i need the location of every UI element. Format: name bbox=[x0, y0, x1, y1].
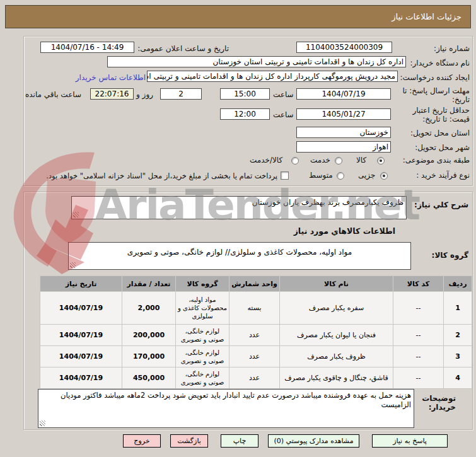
cell-unit: بسته bbox=[229, 292, 280, 325]
buyer-contact-link[interactable]: اطلاعات تماس خریدار bbox=[76, 73, 146, 82]
cell-row-number: 1 bbox=[444, 292, 472, 325]
col-header-unit: واحد شمارش bbox=[229, 276, 280, 292]
remaining-label: ساعت باقي مانده bbox=[25, 90, 81, 99]
table-row: 2 -- فنجان یا لیوان یکبار مصرف عدد لوازم… bbox=[40, 325, 472, 346]
goods-group-text: مواد اولیه، محصولات کاغذی و سلولزی// لوا… bbox=[127, 248, 352, 257]
cell-group: لوازم خانگی، صوتی و تصویری bbox=[176, 367, 229, 389]
cell-quantity: 2,000 bbox=[122, 292, 176, 325]
resize-grip-icon[interactable] bbox=[70, 262, 76, 268]
delivery-province-field[interactable]: خوزستان bbox=[296, 127, 391, 138]
need-description-field[interactable]: ظروف یکبارمصرف برند بهظرف یاران خوزستان bbox=[71, 196, 407, 219]
radio-service[interactable] bbox=[335, 157, 342, 165]
col-header-item-code: کد کالا bbox=[393, 276, 444, 292]
page-title: جزئیات اطلاعات نیاز bbox=[5, 5, 471, 28]
treasury-checkbox[interactable] bbox=[281, 171, 289, 180]
goods-group-field[interactable]: مواد اولیه، محصولات کاغذی و سلولزی// لوا… bbox=[68, 242, 411, 270]
radio-goods-service[interactable] bbox=[291, 157, 299, 165]
col-header-row-number: ردیف bbox=[444, 276, 472, 292]
need-details-page: جزئیات اطلاعات نیاز شماره نیاز: 11040035… bbox=[0, 0, 476, 457]
buyer-explanations-line1: هزینه حمل به عهده فروشنده میباشد درصورت … bbox=[41, 391, 411, 400]
process-type-label: نوع فرآیند خرید : bbox=[416, 171, 470, 180]
cell-unit: عدد bbox=[229, 346, 280, 367]
radio-medium[interactable] bbox=[337, 172, 344, 180]
cell-need-date: 1404/07/19 bbox=[40, 292, 122, 325]
need-description-text: ظروف یکبارمصرف برند بهظرف یاران خوزستان bbox=[252, 198, 403, 207]
cell-row-number: 3 bbox=[444, 346, 472, 367]
remaining-time-field: 22:07:16 bbox=[90, 88, 134, 100]
cell-quantity: 200,000 bbox=[122, 325, 176, 346]
table-row: 3 -- ظروف یکبار مصرف عدد لوازم خانگی، صو… bbox=[40, 346, 472, 367]
radio-service-label: خدمت bbox=[310, 156, 330, 165]
price-validity-time-field[interactable]: 12:00 bbox=[220, 108, 270, 120]
buyer-explanations-field[interactable]: هزینه حمل به عهده فروشنده میباشد درصورت … bbox=[38, 389, 414, 428]
validity-hour-label: ساعت bbox=[273, 110, 294, 119]
need-number-field[interactable]: 1104003524000309 bbox=[296, 42, 392, 53]
exit-button[interactable]: خروج bbox=[123, 434, 161, 448]
delivery-city-label: شهر محل تحویل: bbox=[415, 143, 470, 152]
resize-grip-icon[interactable] bbox=[73, 212, 79, 217]
cell-need-date: 1404/07/19 bbox=[40, 346, 122, 367]
cell-item-code: -- bbox=[393, 292, 444, 325]
col-header-need-date: تاریخ نیاز bbox=[40, 276, 122, 292]
col-header-group: گروه کالا bbox=[176, 276, 229, 292]
cell-item-code: -- bbox=[393, 367, 444, 389]
cell-group: لوازم خانگی، صوتی و تصویری bbox=[176, 346, 229, 367]
radio-goods[interactable] bbox=[377, 157, 385, 165]
cell-group: مواد اولیه، محصولات کاغذی و سلولزی bbox=[176, 292, 229, 325]
cell-item-name: ظروف یکبار مصرف bbox=[280, 346, 393, 367]
cell-quantity: 170,000 bbox=[122, 346, 176, 367]
delivery-city-field[interactable]: اهواز bbox=[296, 141, 391, 153]
cell-item-name: قاشق، چنگال و چاقوی یکبار مصرف bbox=[280, 367, 393, 389]
response-deadline-time-field[interactable]: 15:00 bbox=[220, 88, 270, 100]
cell-item-name: سفره یکبار مصرف bbox=[280, 292, 393, 325]
price-validity-label: حداقل تاریخ اعتبار قیمت: تا تاریخ: bbox=[398, 106, 470, 124]
view-attachments-button[interactable]: مشاهده مدارک پیوستي (0) bbox=[268, 434, 359, 448]
goods-table: ردیف کد کالا نام کالا واحد شمارش گروه کا… bbox=[40, 275, 472, 389]
request-creator-field[interactable]: مجید درویش پورموگهی کارپرداز اداره کل زن… bbox=[147, 71, 398, 82]
buyer-explanations-label-line2: خریدار: bbox=[417, 403, 456, 412]
radio-minor[interactable] bbox=[380, 172, 388, 180]
print-button[interactable]: چاپ bbox=[221, 434, 258, 448]
goods-info-header: اطلاعات کالاهاي مورد نیاز bbox=[294, 226, 395, 236]
announce-datetime-field[interactable]: 1404/07/16 - 14:49 bbox=[40, 42, 134, 53]
table-row: 4 -- قاشق، چنگال و چاقوی یکبار مصرف عدد … bbox=[40, 367, 472, 389]
cell-item-code: -- bbox=[393, 346, 444, 367]
deadline-hour-label: ساعت bbox=[273, 90, 294, 99]
cell-item-name: فنجان یا لیوان یکبار مصرف bbox=[280, 325, 393, 346]
table-header-row: ردیف کد کالا نام کالا واحد شمارش گروه کا… bbox=[40, 276, 472, 292]
remaining-days-label: روز و bbox=[136, 90, 153, 99]
response-deadline-date-field[interactable]: 1404/07/19 bbox=[296, 88, 391, 100]
response-deadline-label: مهلت ارسال پاسخ: تا تاریخ: bbox=[395, 86, 470, 104]
respond-to-need-button[interactable]: پاسخ به نیاز bbox=[372, 434, 448, 448]
need-description-label: شرح کلي نیاز: bbox=[414, 200, 468, 209]
buyer-org-field[interactable]: اداره کل زندان ها و اقدامات تامینی و ترب… bbox=[107, 56, 406, 67]
radio-minor-label: جزیی bbox=[358, 171, 375, 180]
need-number-label: شماره نیاز: bbox=[434, 44, 470, 53]
resize-grip-icon[interactable] bbox=[40, 420, 45, 426]
delivery-province-label: استان محل تحویل: bbox=[410, 129, 470, 137]
cell-item-code: -- bbox=[393, 325, 444, 346]
col-header-quantity: تعداد / مقدار bbox=[122, 276, 176, 292]
classification-label: طبقه بندی موضوعی: bbox=[403, 156, 470, 165]
buyer-org-label: نام دستگاه خریدار: bbox=[410, 59, 470, 67]
cell-unit: عدد bbox=[229, 325, 280, 346]
cell-quantity: 450,000 bbox=[122, 367, 176, 389]
price-validity-date-field[interactable]: 1405/01/27 bbox=[296, 108, 391, 120]
cell-row-number: 4 bbox=[444, 367, 472, 389]
cell-unit: عدد bbox=[229, 367, 280, 389]
cell-need-date: 1404/07/19 bbox=[40, 325, 122, 346]
radio-goods-label: کالا bbox=[356, 156, 366, 165]
col-header-item-name: نام کالا bbox=[280, 276, 393, 292]
buyer-explanations-label-line1: توضیحات bbox=[417, 394, 456, 403]
goods-group-label: گروه کالا: bbox=[432, 251, 468, 260]
treasury-note: پرداخت تمام یا بخشی از مبلغ خرید،از محل … bbox=[46, 171, 277, 180]
cell-group: لوازم خانگی، صوتی و تصویری bbox=[176, 325, 229, 346]
buyer-explanations-line2: الزامیست bbox=[41, 400, 411, 410]
back-button[interactable]: بازگشت bbox=[170, 434, 208, 448]
remaining-days-field: 2 bbox=[160, 88, 202, 100]
cell-row-number: 2 bbox=[444, 325, 472, 346]
request-creator-label: ایجاد کننده درخواست: bbox=[400, 73, 470, 82]
table-row: 1 -- سفره یکبار مصرف بسته مواد اولیه، مح… bbox=[40, 292, 472, 325]
buyer-explanations-label: توضیحات خریدار: bbox=[417, 394, 456, 412]
radio-medium-label: متوسط bbox=[309, 171, 333, 180]
